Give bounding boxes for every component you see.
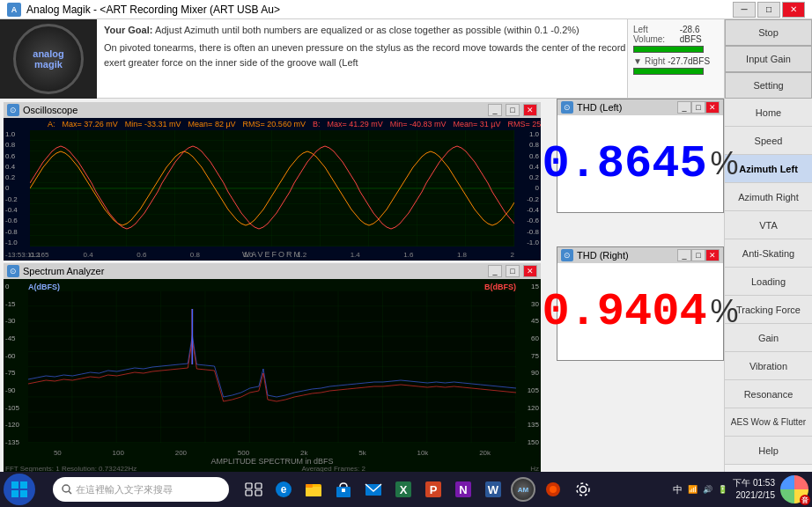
left-vol-bar-row <box>633 46 719 53</box>
svg-rect-18 <box>255 483 262 489</box>
svg-point-39 <box>580 487 587 493</box>
sidebar-item-resonance[interactable]: Resonance <box>725 380 812 408</box>
thd-left-content: 0.8645 % <box>557 115 723 212</box>
sidebar-item-vibration[interactable]: Vibration <box>725 352 812 380</box>
sidebar-item-vta[interactable]: VTA <box>725 211 812 239</box>
onenote-icon: N <box>454 480 473 499</box>
taskbar-powerpoint[interactable]: P <box>419 475 447 503</box>
spec-b-label: B(dBFS) <box>484 283 516 291</box>
svg-rect-20 <box>255 490 262 496</box>
thd-right-title: THD (Right) <box>577 250 677 261</box>
right-vol-bar <box>633 68 704 75</box>
colorful-circle-icon: 音 <box>780 475 808 503</box>
taskbar: 在這裡輸入文字來搜尋 e <box>0 472 812 507</box>
osc-close[interactable]: ✕ <box>523 104 537 116</box>
spec-y-right: 153045607590105120135150 <box>528 283 539 446</box>
thd-left-minimize[interactable]: _ <box>677 101 691 114</box>
taskbar-mail[interactable] <box>359 475 388 503</box>
thd-right-content: 0.9404 % <box>557 263 723 360</box>
taskbar-task-view[interactable] <box>240 475 268 503</box>
top-right-buttons: Stop Input Gain Setting <box>724 19 812 99</box>
thd-right-maximize[interactable]: □ <box>691 249 705 261</box>
setting-button[interactable]: Setting <box>725 72 812 99</box>
svg-point-38 <box>550 486 557 493</box>
minimize-button[interactable]: ─ <box>733 2 756 18</box>
right-volume-label-text: Right <box>645 56 665 66</box>
osc-minimize[interactable]: _ <box>488 104 502 116</box>
svg-rect-12 <box>20 481 27 489</box>
thd-right-unit: % <box>711 293 739 330</box>
logo-text: analog magik <box>33 48 63 70</box>
logo-circle: analog magik <box>13 24 84 94</box>
spec-maximize[interactable]: □ <box>506 265 520 277</box>
maximize-button[interactable]: □ <box>757 2 780 18</box>
osc-maximize[interactable]: □ <box>506 104 520 116</box>
spec-icon: ⊙ <box>7 265 19 277</box>
sidebar-item-home[interactable]: Home <box>725 99 812 127</box>
left-volume-value: -28.6 dBFS <box>680 25 719 44</box>
thd-left-value: 0.8645 <box>542 138 706 190</box>
svg-rect-27 <box>342 489 345 492</box>
stat-a-max: Max= 37.26 mV <box>63 120 118 129</box>
window-title: Analog Magik - <ART Recording Mixer (ART… <box>26 4 733 16</box>
spec-titlebar: ⊙ Spectrum Analyzer _ □ ✕ <box>4 263 541 279</box>
svg-rect-8 <box>28 291 516 443</box>
edge-icon: e <box>274 480 293 499</box>
window-controls: ─ □ ✕ <box>733 2 805 18</box>
spec-a-label: A(dBFS) <box>28 283 60 291</box>
svg-text:N: N <box>459 483 467 496</box>
input-gain-button[interactable]: Input Gain <box>725 46 812 72</box>
powerpoint-icon: P <box>424 480 443 499</box>
taskbar-onenote[interactable]: N <box>449 475 477 503</box>
osc-titlebar: ⊙ Oscilloscope _ □ ✕ <box>4 102 541 118</box>
goal-sub: On pivoted tonearms, there is often an u… <box>104 40 717 71</box>
svg-rect-19 <box>246 490 252 496</box>
stat-b-min: Min= -40.83 mV <box>390 120 447 129</box>
volume-icon: 🔊 <box>703 485 712 494</box>
svg-rect-14 <box>20 490 27 497</box>
spec-title: Spectrum Analyzer <box>23 266 484 276</box>
sidebar-item-help[interactable]: Help <box>725 437 812 465</box>
start-button[interactable] <box>4 474 35 505</box>
right-volume-value: -27.7dBFS <box>668 56 710 66</box>
thd-left-close[interactable]: ✕ <box>705 101 720 114</box>
taskbar-word[interactable]: W <box>479 475 507 503</box>
sidebar-item-azimuth-right[interactable]: Azimuth Right <box>725 183 812 211</box>
spec-x-labels: 501002005002k5k10k20k <box>28 449 516 457</box>
left-volume-label: Left Volume: <box>633 25 676 44</box>
thd-left-unit: % <box>711 145 739 182</box>
left-volume-row: Left Volume: -28.6 dBFS <box>633 25 719 44</box>
svg-text:P: P <box>430 483 438 496</box>
spec-minimize[interactable]: _ <box>488 265 502 277</box>
taskbar-excel[interactable]: X <box>389 475 417 503</box>
thd-right-minimize[interactable]: _ <box>677 249 691 261</box>
close-button[interactable]: ✕ <box>782 2 805 18</box>
taskbar-analog-magik[interactable]: AM <box>509 475 537 503</box>
sidebar-item-loading[interactable]: Loading <box>725 268 812 296</box>
sidebar-item-aes[interactable]: AES Wow & Flutter <box>725 408 812 437</box>
stop-button[interactable]: Stop <box>725 19 812 46</box>
thd-left-maximize[interactable]: □ <box>691 101 705 114</box>
stat-a-min: Min= -33.31 mV <box>125 120 181 129</box>
svg-rect-11 <box>11 481 18 489</box>
taskbar-store[interactable] <box>329 475 358 503</box>
stat-b-max: Max= 41.29 mV <box>327 120 382 129</box>
osc-waveform-label: WAVEFORM <box>242 250 302 259</box>
svg-text:X: X <box>400 483 408 496</box>
sidebar-item-anti-skating[interactable]: Anti-Skating <box>725 239 812 268</box>
taskbar-explorer[interactable] <box>299 475 328 503</box>
taskbar-recording[interactable] <box>539 475 567 503</box>
taskbar-search[interactable]: 在這裡輸入文字來搜尋 <box>53 477 229 502</box>
spec-content: 0-15-30-45-60-75-90-105-120-135 15304560… <box>4 279 541 473</box>
spec-close[interactable]: ✕ <box>523 265 537 277</box>
taskbar-settings[interactable] <box>569 475 597 503</box>
goal-content: Adjust Azimuth until both numbers are eq… <box>155 25 579 35</box>
spectrum-panel: ⊙ Spectrum Analyzer _ □ ✕ 0-15-30-45-60-… <box>4 263 541 473</box>
taskbar-edge[interactable]: e <box>269 475 298 503</box>
stat-a-mean: Mean= 82 µV <box>188 120 236 129</box>
spec-svg <box>28 291 516 443</box>
left-vol-bar <box>633 46 704 53</box>
clock-time: 下午 01:53 <box>733 477 775 489</box>
thd-right-close[interactable]: ✕ <box>705 249 720 261</box>
stat-a-label: A: <box>48 120 55 129</box>
